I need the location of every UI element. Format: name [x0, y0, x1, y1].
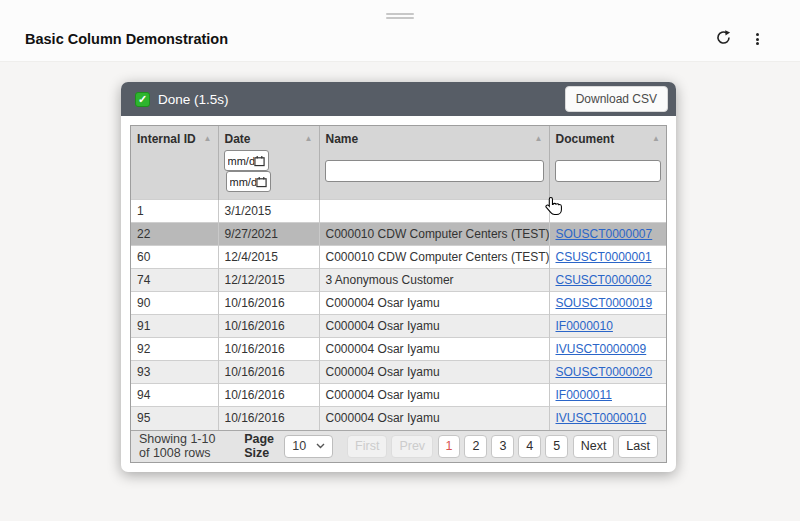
document-filter-cell	[549, 148, 666, 200]
page-button-4[interactable]: 4	[518, 435, 541, 458]
first-page-button[interactable]: First	[347, 435, 387, 458]
column-header-internal-id[interactable]: Internal ID ▲	[131, 126, 218, 148]
column-header-name[interactable]: Name ▲	[319, 126, 549, 148]
pagination-bar: Showing 1-10 of 1008 rows Page Size 10 F…	[131, 430, 666, 462]
table-row[interactable]: 92 10/16/2016 C000004 Osar Iyamu IVUSCT0…	[131, 338, 666, 361]
table-row[interactable]: 1 3/1/2015	[131, 200, 666, 223]
table-row[interactable]: 91 10/16/2016 C000004 Osar Iyamu IF00000…	[131, 315, 666, 338]
column-header-date[interactable]: Date ▲	[218, 126, 319, 148]
document-link[interactable]: IF0000010	[556, 319, 613, 333]
sort-asc-icon[interactable]: ▲	[652, 134, 660, 143]
date-to-filter[interactable]	[226, 171, 271, 192]
kebab-menu-icon	[756, 32, 759, 47]
data-table: Internal ID ▲ Date ▲ Name ▲ Document	[131, 126, 666, 430]
date-from-filter[interactable]	[224, 150, 269, 171]
page-button-5[interactable]: 5	[545, 435, 568, 458]
drag-handle[interactable]	[386, 11, 414, 21]
sort-asc-icon[interactable]: ▲	[204, 134, 212, 143]
document-link[interactable]: SOUSCT0000007	[556, 227, 653, 241]
page-button-3[interactable]: 3	[491, 435, 514, 458]
sort-asc-icon[interactable]: ▲	[305, 134, 313, 143]
column-header-document[interactable]: Document ▲	[549, 126, 666, 148]
refresh-button[interactable]	[712, 28, 734, 50]
table-row-hovered[interactable]: 22 9/27/2021 C000010 CDW Computer Center…	[131, 223, 666, 246]
data-table-container: Internal ID ▲ Date ▲ Name ▲ Document	[130, 125, 667, 463]
check-icon: ✓	[135, 92, 150, 107]
date-to-input[interactable]	[230, 176, 256, 188]
refresh-icon	[715, 29, 732, 49]
document-link[interactable]: IF0000011	[556, 388, 613, 402]
document-link[interactable]: IVUSCT0000009	[556, 342, 647, 356]
window-top-bar: Basic Column Demonstration	[0, 0, 800, 62]
table-header-row: Internal ID ▲ Date ▲ Name ▲ Document	[131, 126, 666, 148]
table-row[interactable]: 94 10/16/2016 C000004 Osar Iyamu IF00000…	[131, 384, 666, 407]
document-link[interactable]: CSUSCT0000002	[556, 273, 652, 287]
calendar-icon	[254, 155, 265, 167]
last-page-button[interactable]: Last	[618, 435, 658, 458]
more-options-button[interactable]	[746, 28, 768, 50]
table-filter-row	[131, 148, 666, 200]
table-row[interactable]: 60 12/4/2015 C000010 CDW Computer Center…	[131, 246, 666, 269]
name-filter-cell	[319, 148, 549, 200]
date-filter-cell	[218, 148, 319, 200]
row-count-summary: Showing 1-10 of 1008 rows	[139, 432, 222, 460]
document-link[interactable]: SOUSCT0000019	[556, 296, 653, 310]
internal-id-filter-cell	[131, 148, 218, 200]
calendar-icon	[256, 176, 267, 188]
document-link[interactable]: IVUSCT0000010	[556, 411, 647, 425]
sort-asc-icon[interactable]: ▲	[535, 134, 543, 143]
document-filter-input[interactable]	[555, 160, 662, 182]
table-row[interactable]: 95 10/16/2016 C000004 Osar Iyamu IVUSCT0…	[131, 407, 666, 430]
date-from-input[interactable]	[228, 155, 254, 167]
document-link[interactable]: SOUSCT0000020	[556, 365, 653, 379]
prev-page-button[interactable]: Prev	[391, 435, 433, 458]
results-card: ✓ Done (1.5s) Download CSV Internal ID ▲…	[121, 82, 676, 472]
table-row[interactable]: 74 12/12/2015 3 Anonymous Customer CSUSC…	[131, 269, 666, 292]
page-title: Basic Column Demonstration	[25, 31, 228, 47]
card-body: Internal ID ▲ Date ▲ Name ▲ Document	[121, 116, 676, 472]
download-csv-button[interactable]: Download CSV	[565, 86, 668, 112]
chevron-down-icon	[316, 443, 325, 449]
next-page-button[interactable]: Next	[573, 435, 615, 458]
document-link[interactable]: CSUSCT0000001	[556, 250, 652, 264]
status-bar: ✓ Done (1.5s) Download CSV	[121, 82, 676, 116]
page-button-1[interactable]: 1	[438, 435, 461, 458]
table-row[interactable]: 90 10/16/2016 C000004 Osar Iyamu SOUSCT0…	[131, 292, 666, 315]
page-size-label: Page Size	[244, 432, 276, 460]
status-text: Done (1.5s)	[158, 92, 229, 107]
name-filter-input[interactable]	[325, 160, 544, 182]
table-row[interactable]: 93 10/16/2016 C000004 Osar Iyamu SOUSCT0…	[131, 361, 666, 384]
page-size-select[interactable]: 10	[284, 435, 333, 458]
page-button-2[interactable]: 2	[464, 435, 487, 458]
